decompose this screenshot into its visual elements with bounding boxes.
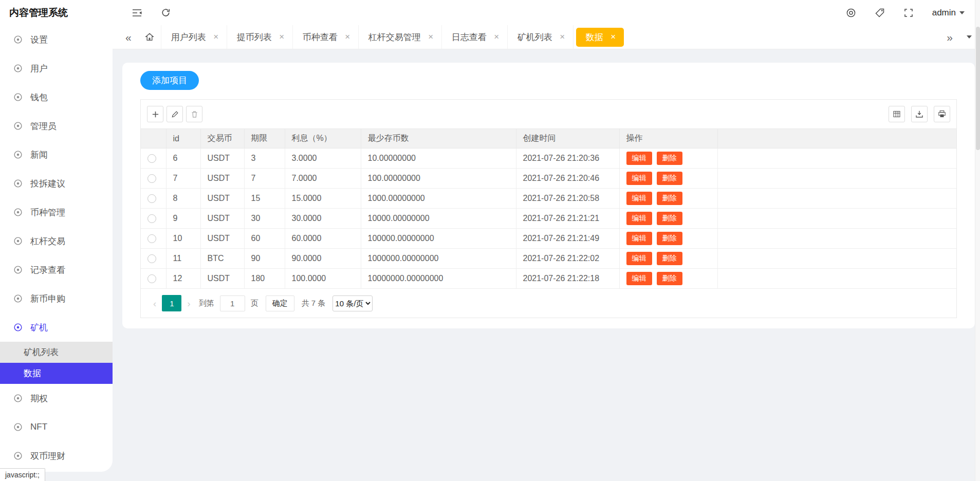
- edit-button[interactable]: 编辑: [626, 212, 652, 225]
- table-header-row: id交易币期限利息（%）最少存币数创建时间操作: [141, 129, 956, 149]
- tab-data[interactable]: 数据×: [576, 28, 624, 47]
- theme-icon[interactable]: [846, 8, 856, 18]
- add-row-button[interactable]: [147, 106, 163, 122]
- tab-users-list[interactable]: 用户列表×: [161, 25, 227, 49]
- tabs-menu-icon[interactable]: [967, 35, 972, 39]
- sidebar-item-record-view[interactable]: 记录查看: [0, 255, 113, 284]
- delete-button[interactable]: 删除: [657, 172, 682, 185]
- data-table: id交易币期限利息（%）最少存币数创建时间操作 6USDT33.000010.0…: [141, 128, 956, 289]
- tab-leverage-manage[interactable]: 杠杆交易管理×: [359, 25, 442, 49]
- fullscreen-icon[interactable]: [903, 8, 914, 18]
- filter-columns-button[interactable]: [889, 106, 905, 122]
- sidebar-item-label: 矿机: [30, 322, 48, 334]
- cell-min-deposit: 10000.00000000: [361, 209, 516, 229]
- tab-close-icon[interactable]: ×: [343, 33, 352, 42]
- page-size-select[interactable]: 10 条/页: [332, 295, 373, 311]
- row-radio[interactable]: [147, 174, 156, 183]
- header-right-actions: admin: [846, 8, 980, 18]
- sidebar-item-admins[interactable]: 管理员: [0, 112, 113, 140]
- confirm-page-button[interactable]: 确定: [266, 295, 294, 311]
- sidebar-item-options[interactable]: 期权: [0, 384, 113, 413]
- table-row: 9USDT3030.000010000.000000002021-07-26 2…: [141, 209, 956, 229]
- cell-id: 6: [166, 149, 200, 169]
- tabs-scroll-left-icon[interactable]: «: [119, 32, 138, 43]
- row-radio[interactable]: [147, 254, 156, 263]
- cell-actions: 编辑删除: [619, 149, 717, 169]
- cell-term: 30: [244, 209, 285, 229]
- sidebar-item-coin-manage[interactable]: 币种管理: [0, 198, 113, 227]
- home-icon: [145, 32, 154, 42]
- tab-label: 日志查看: [452, 31, 487, 43]
- sidebar-item-miner[interactable]: 矿机: [0, 313, 113, 342]
- cell-id: 11: [166, 249, 200, 269]
- row-radio[interactable]: [147, 194, 156, 203]
- edit-button[interactable]: 编辑: [626, 272, 652, 285]
- tab-close-icon[interactable]: ×: [278, 33, 286, 42]
- sidebar-item-leverage-trade[interactable]: 杠杆交易: [0, 227, 113, 255]
- table-row: 11BTC9090.00001000000.000000002021-07-26…: [141, 249, 956, 269]
- add-project-button[interactable]: 添加项目: [140, 71, 199, 90]
- sidebar-item-dual-coin-finance[interactable]: 双币理财: [0, 441, 113, 470]
- tab-withdraw-list[interactable]: 提币列表×: [227, 25, 293, 49]
- edit-button[interactable]: 编辑: [626, 232, 652, 245]
- cell-min-deposit: 1000.00000000: [361, 189, 516, 209]
- scrollbar-thumb[interactable]: [976, 27, 980, 150]
- cell-id: 8: [166, 189, 200, 209]
- sidebar-item-wallet[interactable]: 钱包: [0, 83, 113, 112]
- tab-miner-list[interactable]: 矿机列表×: [508, 25, 574, 49]
- user-menu[interactable]: admin: [932, 8, 965, 18]
- plus-icon: [152, 110, 159, 118]
- sidebar-item-new-coin-subscribe[interactable]: 新币申购: [0, 284, 113, 313]
- table-row: 12USDT180100.000010000000.000000002021-0…: [141, 269, 956, 289]
- table-toolbar: [141, 100, 956, 128]
- sidebar-item-news[interactable]: 新闻: [0, 140, 113, 169]
- goto-page-input[interactable]: [220, 295, 245, 311]
- prev-page-icon[interactable]: ‹: [147, 299, 162, 308]
- tab-close-icon[interactable]: ×: [558, 33, 567, 42]
- current-page-button[interactable]: 1: [162, 295, 181, 311]
- tag-icon[interactable]: [875, 8, 885, 18]
- cell-interest: 7.0000: [285, 169, 361, 189]
- tabs-scroll-right-icon[interactable]: »: [940, 32, 959, 43]
- sidebar-subitem-miner-data[interactable]: 数据: [0, 363, 113, 384]
- sidebar-subitem-miner-list[interactable]: 矿机列表: [0, 342, 113, 363]
- delete-row-button[interactable]: [186, 106, 202, 122]
- row-radio[interactable]: [147, 154, 156, 163]
- row-radio[interactable]: [147, 234, 156, 243]
- tab-close-icon[interactable]: ×: [427, 33, 435, 42]
- edit-button[interactable]: 编辑: [626, 252, 652, 265]
- edit-button[interactable]: 编辑: [626, 192, 652, 205]
- refresh-icon[interactable]: [161, 8, 171, 17]
- collapse-sidebar-icon[interactable]: [132, 8, 142, 17]
- tab-log-view[interactable]: 日志查看×: [442, 25, 508, 49]
- sidebar-item-users[interactable]: 用户: [0, 54, 113, 83]
- tab-coin-view[interactable]: 币种查看×: [293, 25, 359, 49]
- row-radio[interactable]: [147, 274, 156, 283]
- delete-button[interactable]: 删除: [657, 272, 682, 285]
- delete-button[interactable]: 删除: [657, 152, 682, 165]
- edit-row-button[interactable]: [167, 106, 183, 122]
- tab-close-icon[interactable]: ×: [609, 33, 618, 42]
- row-radio[interactable]: [147, 214, 156, 223]
- export-button[interactable]: [911, 106, 928, 122]
- tab-close-icon[interactable]: ×: [492, 33, 501, 42]
- edit-button[interactable]: 编辑: [626, 152, 652, 165]
- delete-button[interactable]: 删除: [657, 192, 682, 205]
- delete-button[interactable]: 删除: [657, 252, 682, 265]
- edit-button[interactable]: 编辑: [626, 172, 652, 185]
- print-button[interactable]: [934, 106, 950, 122]
- scrollbar[interactable]: [975, 0, 980, 481]
- feedback-icon: [13, 179, 23, 188]
- home-tab[interactable]: [138, 25, 161, 49]
- columns-icon: [893, 110, 901, 118]
- sidebar-item-settings[interactable]: 设置: [0, 25, 113, 54]
- sidebar-item-feedback[interactable]: 投拆建议: [0, 169, 113, 198]
- status-tooltip: javascript:;: [0, 468, 45, 481]
- cell-term: 180: [244, 269, 285, 289]
- tab-close-icon[interactable]: ×: [212, 33, 220, 42]
- sidebar-item-nft[interactable]: NFT: [0, 413, 113, 441]
- next-page-icon[interactable]: ›: [181, 299, 196, 308]
- wallet-icon: [13, 92, 23, 102]
- delete-button[interactable]: 删除: [657, 232, 682, 245]
- delete-button[interactable]: 删除: [657, 212, 682, 225]
